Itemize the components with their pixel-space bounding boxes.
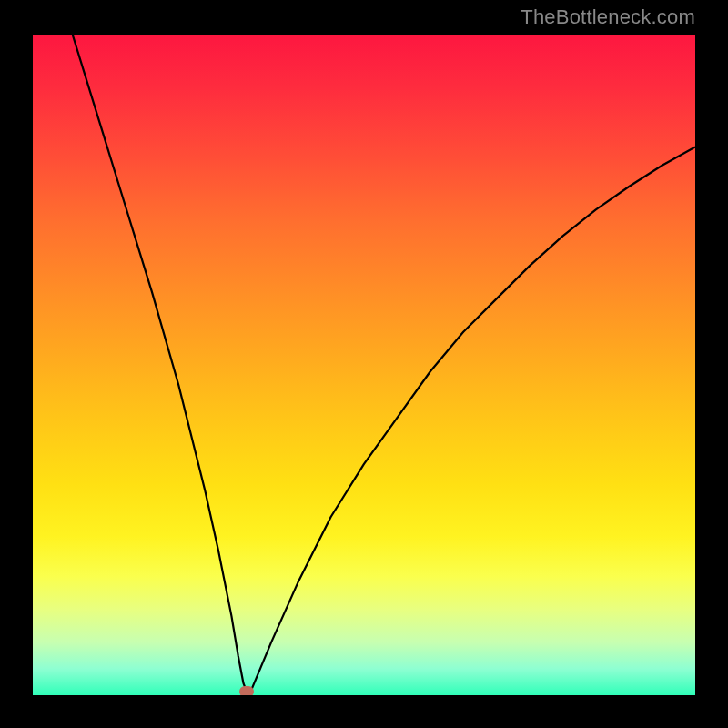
optimum-marker bbox=[239, 686, 254, 695]
curve-svg bbox=[33, 35, 695, 695]
bottleneck-curve bbox=[73, 35, 695, 692]
plot-area bbox=[33, 35, 695, 695]
watermark-text: TheBottleneck.com bbox=[521, 5, 695, 29]
chart-frame: TheBottleneck.com bbox=[0, 0, 728, 728]
